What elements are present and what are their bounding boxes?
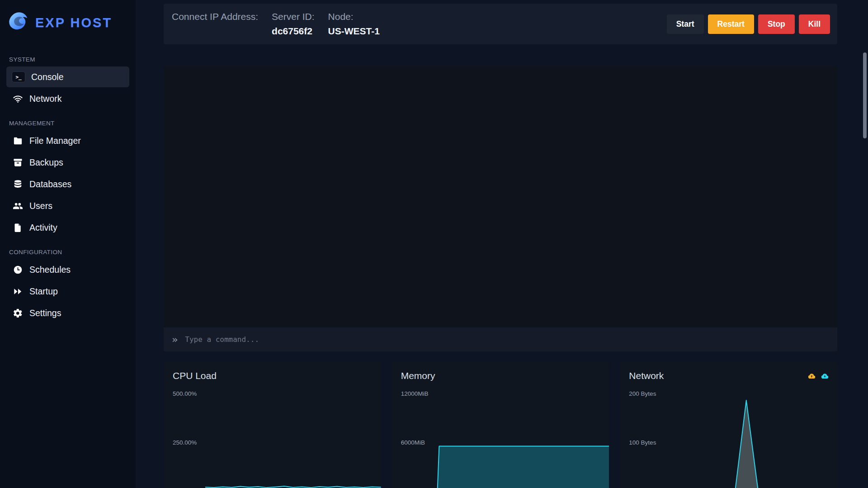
- sidebar-item-backups[interactable]: Backups: [6, 152, 129, 173]
- stop-button[interactable]: Stop: [758, 14, 795, 34]
- upload-cloud-icon: [807, 372, 816, 380]
- connect-ip-label: Connect IP Address:: [172, 11, 258, 22]
- memory-ytick: 6000MiB: [401, 439, 425, 445]
- section-label-management: MANAGEMENT: [9, 120, 127, 127]
- archive-icon: [12, 157, 24, 168]
- memory-card: Memory 12000MiB 6000MiB 0MiB: [392, 361, 609, 488]
- sidebar-item-label: Backups: [29, 157, 63, 168]
- sidebar-item-users[interactable]: Users: [6, 195, 129, 216]
- server-id-label: Server ID:: [272, 11, 315, 22]
- brand-dragon-icon: [7, 11, 31, 34]
- sidebar-item-schedules[interactable]: Schedules: [6, 259, 129, 280]
- cpu-ytick: 500.00%: [173, 390, 197, 397]
- gear-icon: [12, 308, 24, 318]
- memory-chart: [434, 393, 609, 488]
- document-icon: [12, 222, 24, 233]
- server-header: Connect IP Address: Server ID: dc6756f2 …: [164, 4, 837, 44]
- sidebar-item-databases[interactable]: Databases: [6, 174, 129, 194]
- network-card: Network 200 Bytes 100 Bytes 0 Byt: [620, 361, 837, 488]
- node-value: US-WEST-1: [328, 26, 380, 37]
- stats-row: CPU Load 500.00% 250.00% 0.00% Memory 12…: [164, 361, 837, 488]
- network-chart: [661, 393, 837, 488]
- sidebar-item-file-manager[interactable]: File Manager: [6, 130, 129, 151]
- sidebar-item-label: Startup: [29, 286, 58, 297]
- download-cloud-icon: [821, 372, 829, 380]
- memory-card-title: Memory: [401, 370, 435, 381]
- section-label-configuration: CONFIGURATION: [9, 249, 127, 256]
- terminal-icon: >_: [12, 71, 25, 82]
- network-ytick: 100 Bytes: [629, 439, 656, 445]
- sidebar: EXP HOST SYSTEM >_ Console Network MANAG…: [0, 0, 136, 488]
- memory-ytick: 12000MiB: [401, 390, 429, 397]
- sidebar-item-console[interactable]: >_ Console: [6, 66, 129, 87]
- cpu-card: CPU Load 500.00% 250.00% 0.00%: [164, 361, 381, 488]
- cpu-yaxis: 500.00% 250.00% 0.00%: [173, 393, 205, 488]
- console-output: [164, 66, 837, 327]
- command-input[interactable]: [185, 335, 829, 344]
- scrollbar-thumb[interactable]: [863, 52, 867, 138]
- memory-yaxis: 12000MiB 6000MiB 0MiB: [401, 393, 434, 488]
- restart-button[interactable]: Restart: [708, 14, 754, 34]
- sidebar-item-label: Console: [31, 72, 64, 82]
- sidebar-item-label: Users: [29, 201, 52, 211]
- network-ytick: 200 Bytes: [629, 390, 656, 397]
- network-card-title: Network: [629, 370, 664, 381]
- kill-button[interactable]: Kill: [799, 14, 830, 34]
- brand-logo[interactable]: EXP HOST: [5, 8, 130, 45]
- sidebar-item-label: Network: [29, 94, 62, 104]
- sidebar-item-startup[interactable]: Startup: [6, 281, 129, 302]
- sidebar-item-settings[interactable]: Settings: [6, 303, 129, 323]
- console-input-bar: »: [164, 327, 837, 351]
- database-icon: [12, 179, 24, 190]
- fast-forward-icon: [12, 286, 24, 297]
- sidebar-item-network[interactable]: Network: [6, 88, 129, 109]
- network-yaxis: 200 Bytes 100 Bytes 0 Bytes: [629, 393, 661, 488]
- cpu-card-title: CPU Load: [173, 370, 217, 381]
- sidebar-item-label: Activity: [29, 223, 57, 233]
- clock-icon: [12, 264, 24, 275]
- prompt-chevrons-icon: »: [172, 334, 178, 345]
- cpu-ytick: 250.00%: [173, 439, 197, 445]
- node-label: Node:: [328, 11, 380, 22]
- sidebar-item-label: Settings: [29, 308, 61, 318]
- folder-icon: [12, 135, 24, 146]
- cpu-chart: [205, 393, 381, 488]
- main-content: Connect IP Address: Server ID: dc6756f2 …: [136, 0, 868, 488]
- users-icon: [12, 200, 24, 211]
- sidebar-item-label: Databases: [29, 179, 71, 190]
- server-id-group: Server ID: dc6756f2: [272, 11, 315, 37]
- sidebar-item-label: File Manager: [29, 136, 81, 146]
- console-panel: »: [164, 66, 837, 351]
- power-actions: Start Restart Stop Kill: [667, 14, 830, 34]
- node-group: Node: US-WEST-1: [328, 11, 380, 37]
- start-button[interactable]: Start: [667, 14, 704, 34]
- brand-name: EXP HOST: [35, 15, 112, 30]
- wifi-icon: [12, 93, 24, 104]
- server-id-value: dc6756f2: [272, 26, 315, 37]
- sidebar-item-activity[interactable]: Activity: [6, 217, 129, 238]
- section-label-system: SYSTEM: [9, 56, 127, 63]
- connect-ip-group: Connect IP Address:: [172, 11, 258, 37]
- sidebar-item-label: Schedules: [29, 265, 71, 275]
